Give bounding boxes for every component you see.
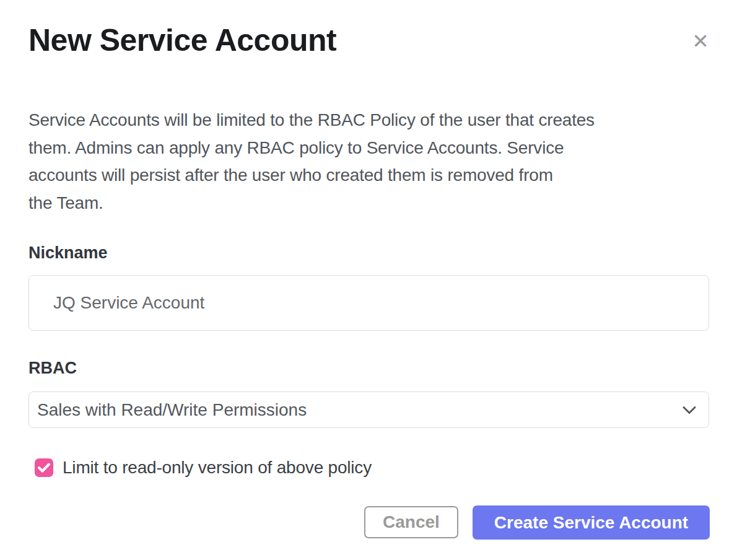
modal-title: New Service Account xyxy=(28,24,336,58)
rbac-selected-option: Sales with Read/Write Permissions xyxy=(37,400,307,420)
modal-description: Service Accounts will be limited to the … xyxy=(28,107,595,217)
nickname-label: Nickname xyxy=(28,243,108,263)
rbac-select[interactable]: Sales with Read/Write Permissions xyxy=(28,392,709,428)
create-service-account-button[interactable]: Create Service Account xyxy=(473,505,710,540)
limit-readonly-checkbox-row[interactable]: Limit to read-only version of above poli… xyxy=(35,458,372,478)
description-line: them. Admins can apply any RBAC policy t… xyxy=(28,134,595,162)
nickname-input[interactable] xyxy=(28,275,709,331)
close-icon[interactable]: ✕ xyxy=(686,27,715,56)
new-service-account-modal: New Service Account ✕ Service Accounts w… xyxy=(0,0,737,560)
cancel-button[interactable]: Cancel xyxy=(364,506,458,538)
chevron-down-icon xyxy=(682,406,696,414)
description-line: the Team. xyxy=(28,190,595,217)
description-line: Service Accounts will be limited to the … xyxy=(28,107,595,134)
checkbox-checkmark-icon xyxy=(38,463,50,473)
limit-readonly-checkbox-label: Limit to read-only version of above poli… xyxy=(63,458,372,478)
limit-readonly-checkbox[interactable] xyxy=(35,458,53,477)
rbac-label: RBAC xyxy=(28,358,77,378)
description-line: accounts will persist after the user who… xyxy=(28,162,595,190)
